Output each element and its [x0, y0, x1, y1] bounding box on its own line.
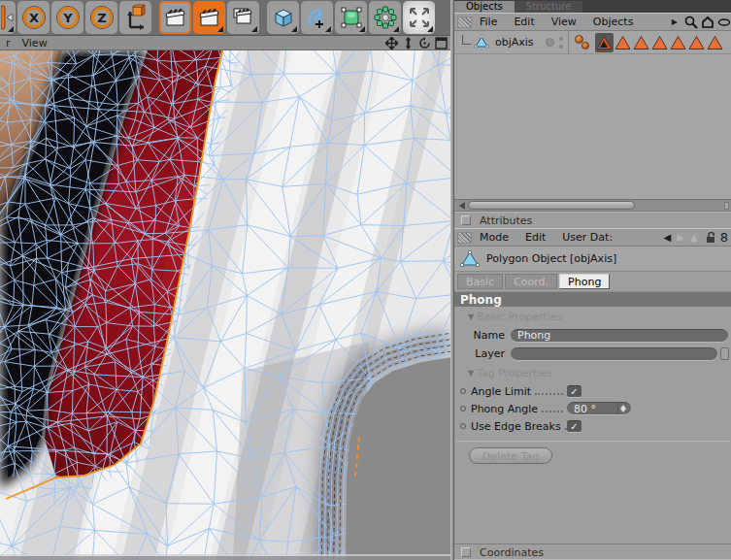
use-edge-breaks-checkbox[interactable]: ✓	[567, 420, 581, 433]
viewport-maximize-icon[interactable]	[434, 37, 449, 49]
svg-text:X: X	[28, 11, 38, 25]
group-label: Basic Properties	[477, 311, 562, 323]
attributes-empty-space	[454, 469, 731, 544]
coordinates-title: Coordinates	[480, 546, 544, 559]
attr-menu-mode[interactable]: Mode	[480, 231, 509, 244]
tab-phong[interactable]: Phong	[559, 274, 610, 289]
name-label: Name	[454, 329, 505, 342]
render-view-button[interactable]	[159, 1, 191, 34]
menu-overflow-icon[interactable]: ▶	[672, 17, 678, 26]
panel-grip-icon[interactable]	[457, 16, 472, 28]
search-icon[interactable]	[683, 16, 698, 28]
panel-grip-icon[interactable]	[457, 232, 472, 244]
om-menu-objects[interactable]: Objects	[593, 16, 634, 28]
param-bullet-icon[interactable]	[460, 406, 466, 412]
phong-section-header: Phong	[454, 291, 731, 307]
tab-basic[interactable]: Basic	[457, 274, 503, 289]
spin-down-icon[interactable]	[620, 409, 626, 412]
editor-visibility-dot-icon[interactable]	[559, 37, 563, 41]
dock-handle-button[interactable]	[0, 1, 16, 34]
om-menu-view[interactable]: View	[551, 16, 577, 28]
svg-text:Y: Y	[62, 11, 73, 25]
array-tool-button[interactable]	[369, 1, 401, 34]
layer-input[interactable]	[511, 347, 717, 361]
texture-tag-icon[interactable]	[574, 33, 593, 52]
render-visibility-dot-icon[interactable]	[559, 45, 563, 49]
axis-lock-x-button[interactable]: X	[17, 1, 50, 34]
visibility-toggles[interactable]	[546, 37, 563, 49]
axis-lock-y-button[interactable]: Y	[51, 1, 83, 34]
world-coordinates-button[interactable]	[119, 1, 151, 34]
selection-tag-icon[interactable]	[706, 33, 724, 52]
group-basic-properties[interactable]: ▼ Basic Properties	[454, 307, 731, 326]
object-list-scrollbar[interactable]	[454, 199, 731, 212]
group-tag-properties[interactable]: ▼ Tag Properties	[454, 363, 731, 382]
object-title-text: Polygon Object [objAxis]	[486, 252, 616, 265]
attr-menu-userdata[interactable]: User Dat:	[562, 231, 613, 244]
tab-structure[interactable]: Structure	[515, 1, 583, 13]
param-bullet-icon[interactable]	[460, 423, 466, 429]
axis-lock-z-icon: Z	[88, 4, 116, 31]
angle-limit-checkbox[interactable]: ✓	[567, 385, 581, 398]
enable-dot-icon[interactable]	[546, 38, 554, 47]
viewport-zoom-icon[interactable]	[401, 37, 415, 49]
phong-angle-input[interactable]: 80 °	[567, 402, 631, 415]
collapse-triangle-icon[interactable]: ▼	[468, 369, 474, 378]
panel-collapse-icon[interactable]	[461, 547, 471, 557]
tab-coord[interactable]: Coord,	[505, 274, 557, 289]
right-panel: Objects Structure File Edit View Objects…	[453, 0, 731, 560]
object-list: objAxis	[454, 31, 731, 199]
selection-tag-icon[interactable]	[595, 33, 614, 52]
viewport-pan-icon[interactable]	[384, 37, 399, 49]
scrollbar-thumb[interactable]	[468, 201, 635, 210]
manager-tabs: Objects Structure	[454, 0, 731, 13]
object-row-objaxis[interactable]: objAxis	[454, 31, 731, 54]
history-back-icon[interactable]: ◀	[664, 232, 672, 243]
attr-menu-edit[interactable]: Edit	[525, 231, 546, 244]
render-queue-icon	[231, 5, 256, 30]
selection-tag-icon[interactable]	[687, 33, 706, 52]
layer-browse-button[interactable]	[720, 347, 729, 360]
axis-lock-z-button[interactable]: Z	[85, 1, 117, 34]
coordinates-header[interactable]: Coordinates	[454, 544, 731, 560]
om-menu-edit[interactable]: Edit	[514, 16, 534, 28]
param-bullet-icon[interactable]	[460, 388, 466, 394]
editable-cube-icon	[339, 5, 364, 30]
figure-eight-icon[interactable]: 8	[720, 230, 728, 245]
panel-collapse-icon[interactable]	[461, 215, 471, 225]
selection-tag-icon[interactable]	[669, 33, 687, 52]
selection-tag-icon[interactable]	[614, 33, 632, 52]
object-name[interactable]: objAxis	[495, 36, 534, 49]
tab-objects[interactable]: Objects	[454, 1, 515, 13]
lock-icon[interactable]	[704, 231, 718, 244]
viewport-canvas[interactable]	[0, 50, 450, 560]
viewport-3d[interactable]	[0, 50, 450, 560]
selection-tag-icon[interactable]	[650, 33, 669, 52]
om-menu-file[interactable]: File	[480, 16, 497, 28]
viewport-menubar: r View	[0, 36, 450, 50]
delete-tag-button[interactable]: Delete Tag	[469, 447, 552, 464]
expand-selection-button[interactable]	[403, 1, 435, 34]
modeling-tool-button[interactable]	[335, 1, 367, 34]
attributes-header[interactable]: Attributes	[454, 212, 731, 228]
eye-icon[interactable]	[716, 16, 731, 28]
axis-lock-y-icon: Y	[54, 4, 82, 31]
render-queue-button[interactable]	[227, 1, 259, 34]
scroll-left-arrow-icon[interactable]	[454, 200, 469, 211]
spinner-arrows[interactable]	[617, 403, 628, 414]
add-cube-button[interactable]	[267, 1, 299, 34]
history-forward-icon[interactable]: ▶	[677, 232, 684, 243]
viewport-menu-partial[interactable]: r	[0, 37, 17, 49]
viewport-rotate-icon[interactable]	[417, 37, 432, 49]
collapse-triangle-icon[interactable]: ▼	[468, 313, 474, 321]
name-input[interactable]: Phong	[511, 329, 728, 343]
group-label: Tag Properties	[477, 367, 552, 379]
parent-up-icon[interactable]: ▲	[690, 232, 698, 243]
render-settings-button[interactable]	[193, 1, 225, 34]
viewport-menu-view[interactable]: View	[17, 37, 53, 49]
selection-tag-icon[interactable]	[632, 33, 650, 52]
layer-row: Layer	[454, 345, 731, 363]
render-group	[159, 1, 261, 34]
home-icon[interactable]	[700, 16, 714, 28]
add-spline-button[interactable]	[301, 1, 333, 34]
